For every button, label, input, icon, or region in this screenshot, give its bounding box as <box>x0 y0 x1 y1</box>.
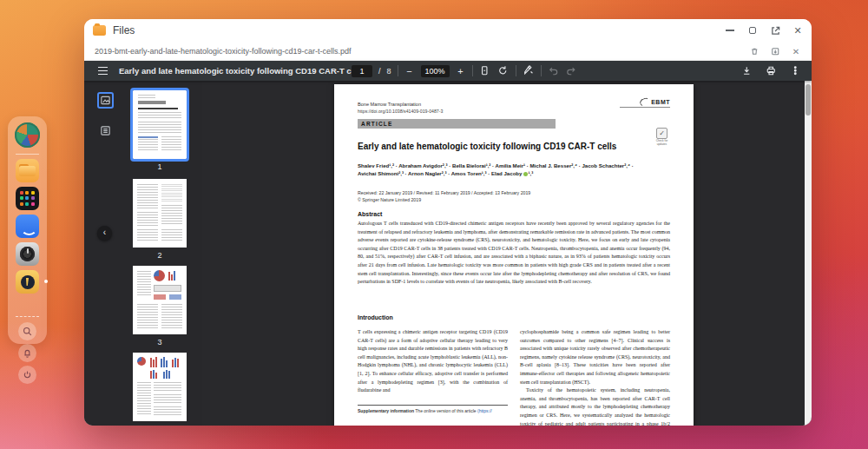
zoom-out-button[interactable]: − <box>404 66 415 76</box>
scrollbar-thumb[interactable] <box>806 84 811 116</box>
thumbnail-view-toggle[interactable] <box>97 92 114 109</box>
ebmt-swoosh-icon <box>639 96 651 108</box>
doi-link[interactable]: https://doi.org/10.1038/s41409-019-0487-… <box>358 109 443 114</box>
window-titlebar[interactable]: Files ✕ <box>84 19 812 42</box>
zoom-in-button[interactable]: + <box>456 66 466 76</box>
files-window: Files ✕ 2019-bmt-early-and-late-hematolo… <box>84 19 812 426</box>
thumbnail-page-1-number: 1 <box>130 162 189 171</box>
left-column: T cells expressing a chimeric antigen re… <box>358 328 508 426</box>
thumbnail-page-2-preview <box>133 179 187 248</box>
open-in-new-button[interactable] <box>770 25 780 36</box>
intro-paragraph-2: cyclophosphamide being a common safe reg… <box>520 328 670 386</box>
thumbnail-view-icon <box>100 95 111 106</box>
thumbnail-page-4-number: 4 <box>130 425 189 426</box>
pdf-page-1: Bone Marrow Transplantation https://doi.… <box>334 84 694 426</box>
open-in-new-icon <box>771 26 780 36</box>
collapse-sidebar-button[interactable]: ‹ <box>97 226 112 241</box>
rotate-button[interactable] <box>497 65 510 77</box>
paper-authors: Shalev Fried¹,² · Abraham Avigdor²,³ · B… <box>358 162 670 178</box>
close-window-button[interactable]: ✕ <box>792 25 803 36</box>
thumbnail-page-1[interactable]: 1 <box>130 90 189 171</box>
supplementary-note: Supplementary information The online ver… <box>358 405 508 413</box>
save-icon <box>771 47 780 56</box>
two-column-body: T cells expressing a chimeric antigen re… <box>358 328 670 426</box>
close-tab-button[interactable]: ✕ <box>791 46 801 56</box>
thumbnail-page-2[interactable]: 2 <box>130 179 189 260</box>
bell-icon <box>23 348 32 358</box>
dock-divider <box>16 154 39 155</box>
thumbnail-panel: 1 2 <box>84 81 202 426</box>
copyright-line: © Springer Nature Limited 2019 <box>358 197 421 202</box>
desktop: Files ✕ 2019-bmt-early-and-late-hematolo… <box>0 0 868 449</box>
toolbar-separator <box>516 65 516 76</box>
window-title: Files <box>113 24 135 36</box>
annotate-button[interactable] <box>523 65 535 77</box>
torch-app-icon[interactable] <box>16 270 39 294</box>
files-folder-icon <box>93 25 106 36</box>
thumbnail-page-3-number: 3 <box>130 338 189 347</box>
undo-button[interactable] <box>548 65 560 77</box>
settings-dial-app-icon[interactable] <box>16 242 39 266</box>
tab-filename: 2019-bmt-early-and-late-hematologic-toxi… <box>95 47 352 56</box>
maximize-button[interactable] <box>747 25 758 36</box>
introduction-heading: Introduction <box>358 314 393 320</box>
search-icon <box>23 327 32 336</box>
app-grid-dots <box>20 191 35 206</box>
authors-line-2: Avichai Shimoni²,³ · Arnon Nagler²,³ · A… <box>358 170 523 176</box>
minimize-button[interactable] <box>725 25 735 36</box>
kebab-menu-icon <box>790 65 801 76</box>
outline-view-icon <box>100 125 111 136</box>
power-button[interactable] <box>18 366 36 384</box>
more-options-button[interactable] <box>789 65 801 77</box>
toolbar-separator <box>541 65 542 76</box>
fit-page-button[interactable] <box>479 65 491 77</box>
article-type-bar: ARTICLE <box>358 119 556 129</box>
download-icon <box>741 65 753 76</box>
page-number-input[interactable]: 1 <box>352 65 372 77</box>
document-tab[interactable]: 2019-bmt-early-and-late-hematologic-toxi… <box>84 42 812 61</box>
abstract-heading: Abstract <box>358 211 382 217</box>
active-app-indicator <box>44 280 48 283</box>
hamburger-icon <box>98 67 108 75</box>
page-total: 8 <box>387 67 391 76</box>
intro-paragraph-3: Toxicity of the hematopoietic system, in… <box>520 386 670 426</box>
print-icon <box>766 65 777 76</box>
print-button[interactable] <box>765 65 777 77</box>
search-button[interactable] <box>18 322 36 340</box>
thumbnail-page-3[interactable]: 3 <box>130 266 189 347</box>
supplementary-link[interactable]: (https:// <box>477 408 492 413</box>
redo-button[interactable] <box>566 65 578 77</box>
intro-paragraph-1: T cells expressing a chimeric antigen re… <box>358 328 508 395</box>
menu-button[interactable] <box>96 65 108 77</box>
pen-icon <box>523 65 534 76</box>
toolbar-separator <box>472 65 473 76</box>
rotate-icon <box>497 65 509 76</box>
notifications-button[interactable] <box>18 344 36 362</box>
chat-app-icon[interactable] <box>16 215 39 238</box>
save-file-button[interactable] <box>770 46 780 56</box>
page-divider: / <box>378 67 381 76</box>
thumbnail-page-1-preview <box>133 90 187 159</box>
redo-icon <box>566 65 577 76</box>
files-app-icon[interactable] <box>16 159 39 182</box>
app-logo-icon[interactable] <box>15 122 40 148</box>
supplementary-text: The online version of this article <box>414 408 477 413</box>
delete-file-button[interactable] <box>749 46 760 56</box>
app-grid-icon[interactable] <box>16 187 39 210</box>
outline-view-toggle[interactable] <box>97 122 114 139</box>
power-icon <box>23 370 32 380</box>
download-button[interactable] <box>740 65 753 77</box>
viewer-scrollbar[interactable] <box>805 81 812 426</box>
ebmt-logo-text: EBMT <box>651 99 670 105</box>
authors-line-2-sup: ¹,³ <box>529 170 534 176</box>
check-updates-icon: ✓ <box>656 128 667 139</box>
fit-page-icon <box>479 65 490 76</box>
pdf-doc-title: Early and late hematologic toxicity foll… <box>119 66 365 76</box>
document-area: Bone Marrow Transplantation https://doi.… <box>202 81 812 426</box>
paper-title: Early and late hematologic toxicity foll… <box>358 142 670 151</box>
thumbnail-page-4[interactable]: 4 <box>130 353 189 426</box>
zoom-level-input[interactable]: 100% <box>421 65 450 77</box>
orcid-icon[interactable] <box>523 172 528 176</box>
journal-name: Bone Marrow Transplantation <box>358 102 421 107</box>
ebmt-logo: EBMT <box>620 98 670 109</box>
